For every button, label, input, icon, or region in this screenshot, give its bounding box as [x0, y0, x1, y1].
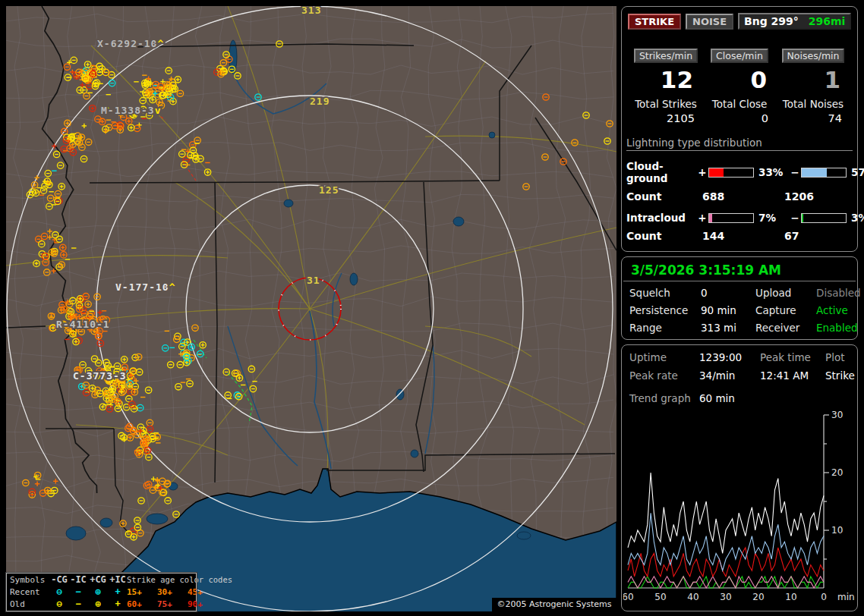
total-noises-value: 74 — [777, 112, 850, 124]
svg-text:60: 60 — [623, 592, 634, 602]
peak-time-value: 12:41 AM — [760, 369, 825, 382]
svg-text:219: 219 — [310, 96, 330, 107]
legend-age-title: Strike age color codes — [127, 575, 218, 584]
svg-text:min: min — [837, 592, 855, 602]
close-per-min-column: Close/min 0 Total Close 0 — [703, 48, 776, 124]
side-panel: STRIKE NOISE Bng 299° 296mi Strikes/min … — [621, 6, 859, 611]
cg-positive-bar — [708, 168, 754, 178]
total-noises-label: Total Noises — [777, 98, 850, 110]
cg-negative-count: 1206 — [784, 190, 853, 203]
upload-value: Disabled — [816, 287, 861, 299]
bearing-value: Bng 299° — [744, 15, 799, 27]
total-strikes-label: Total Strikes — [629, 98, 702, 110]
svg-text:313: 313 — [301, 6, 321, 16]
cg-neg-recent-icon: ⊖ — [49, 586, 69, 597]
upload-label: Upload — [755, 287, 816, 299]
ic-positive-count: 144 — [696, 230, 784, 242]
noise-toggle-button[interactable]: NOISE — [686, 14, 733, 30]
plot-label: Plot — [825, 351, 850, 363]
svg-text:C-3773-3: C-3773-3 — [73, 370, 127, 382]
legend-symbols-label: Symbols — [10, 575, 49, 585]
distribution-title: Lightning type distribution — [626, 137, 853, 151]
legend-col-cg-neg: -CG — [49, 574, 69, 585]
map-canvas: 31321912531X-6292-10^M-1338-3vV-177-10^R… — [6, 6, 616, 611]
peak-rate-row: Peak rate 34/min 12:41 AM Strike — [622, 369, 857, 382]
receiver-label: Receiver — [755, 322, 816, 334]
uptime-label: Uptime — [629, 351, 699, 363]
ic-negative-bar — [801, 213, 847, 223]
cg-positive-pct: 33% — [755, 166, 789, 178]
peak-time-label: Peak time — [760, 351, 825, 363]
cloud-ground-row: Cloud-ground + 33% − 57% — [626, 160, 853, 184]
noises-per-min-value: 1 — [777, 66, 850, 93]
strikes-per-min-header: Strikes/min — [634, 49, 698, 63]
minus-sign: − — [789, 212, 801, 224]
ic-neg-old-icon: − — [69, 599, 87, 609]
intracloud-count-row: Count 144 67 — [626, 230, 853, 242]
legend-col-ic-neg: -IC — [69, 574, 87, 585]
cg-pos-old-icon: ⊕ — [87, 599, 109, 609]
squelch-value: 0 — [701, 287, 755, 299]
intracloud-label: Intracloud — [626, 212, 696, 224]
date-time: 3/5/2026 3:15:19 AM — [623, 257, 856, 281]
legend-col-cg-pos: +CG — [87, 574, 109, 585]
peak-rate-label: Peak rate — [629, 369, 699, 382]
svg-text:30: 30 — [720, 592, 731, 602]
lightning-map[interactable]: 31321912531X-6292-10^M-1338-3vV-177-10^R… — [6, 6, 616, 611]
count-label: Count — [626, 230, 696, 242]
trend-graph-label: Trend graph — [629, 392, 699, 404]
uptime-value: 1239:00 — [699, 351, 760, 363]
cloud-ground-label: Cloud-ground — [626, 160, 696, 184]
trend-box: Uptime 1239:00 Peak time Plot Peak rate … — [621, 344, 858, 611]
cg-negative-pct: 57% — [848, 166, 864, 178]
age-45: 45+ — [188, 587, 218, 597]
persistence-label: Persistence — [629, 304, 701, 316]
persistence-value: 90 min — [701, 304, 755, 316]
legend-col-ic-pos: +IC — [109, 574, 127, 585]
range-value: 313 mi — [701, 322, 755, 334]
total-close-label: Total Close — [703, 98, 776, 110]
close-per-min-header: Close/min — [711, 49, 768, 63]
symbol-legend: Symbols -CG -IC +CG +IC Strike age color… — [6, 573, 197, 611]
peak-rate-value: 34/min — [699, 369, 760, 382]
status-row: Persistence 90 min Capture Active — [622, 304, 857, 316]
trend-graph-window: 60 min — [699, 392, 760, 404]
svg-text:10: 10 — [785, 592, 796, 602]
svg-text:125: 125 — [319, 184, 339, 196]
svg-text:M-1338-3v: M-1338-3v — [101, 105, 161, 116]
cg-neg-old-icon: ⊖ — [49, 599, 69, 609]
total-strikes-value: 2105 — [629, 112, 702, 124]
svg-text:20: 20 — [831, 467, 843, 478]
age-15: 15+ — [127, 587, 157, 597]
strike-trend-chart: 1020306050403020100min — [623, 410, 857, 606]
capture-label: Capture — [755, 304, 816, 316]
receiver-status-box: 3/5/2026 3:15:19 AM Squelch 0 Upload Dis… — [621, 256, 858, 340]
svg-text:40: 40 — [687, 592, 698, 602]
svg-text:R-4110-1: R-4110-1 — [56, 319, 110, 330]
receiver-value: Enabled — [816, 322, 858, 334]
status-row: Squelch 0 Upload Disabled — [622, 287, 857, 299]
svg-text:10: 10 — [831, 525, 843, 536]
status-row: Range 313 mi Receiver Enabled — [622, 322, 857, 334]
strikes-per-min-column: Strikes/min 12 Total Strikes 2105 — [629, 48, 702, 124]
svg-text:X-6292-10^: X-6292-10^ — [97, 38, 164, 49]
svg-text:20: 20 — [752, 592, 764, 602]
ic-pos-recent-icon: + — [109, 586, 127, 597]
ic-negative-count: 67 — [784, 230, 853, 242]
squelch-label: Squelch — [629, 287, 701, 299]
bearing-distance: 296mi — [809, 15, 846, 27]
count-label: Count — [626, 190, 696, 203]
age-75: 75+ — [157, 599, 188, 609]
strike-toggle-button[interactable]: STRIKE — [628, 14, 681, 30]
ic-neg-recent-icon: − — [69, 586, 87, 597]
intracloud-row: Intracloud + 7% − 3% — [626, 212, 853, 224]
svg-text:0: 0 — [821, 592, 827, 602]
capture-value: Active — [816, 304, 850, 316]
uptime-row: Uptime 1239:00 Peak time Plot — [622, 351, 857, 363]
trend-graph-row: Trend graph 60 min — [622, 392, 857, 404]
age-60: 60+ — [127, 599, 157, 609]
ic-pos-old-icon: + — [109, 599, 127, 609]
minus-sign: − — [789, 166, 801, 178]
plus-sign: + — [696, 166, 708, 178]
lightning-type-distribution: Lightning type distribution Cloud-ground… — [626, 137, 853, 242]
